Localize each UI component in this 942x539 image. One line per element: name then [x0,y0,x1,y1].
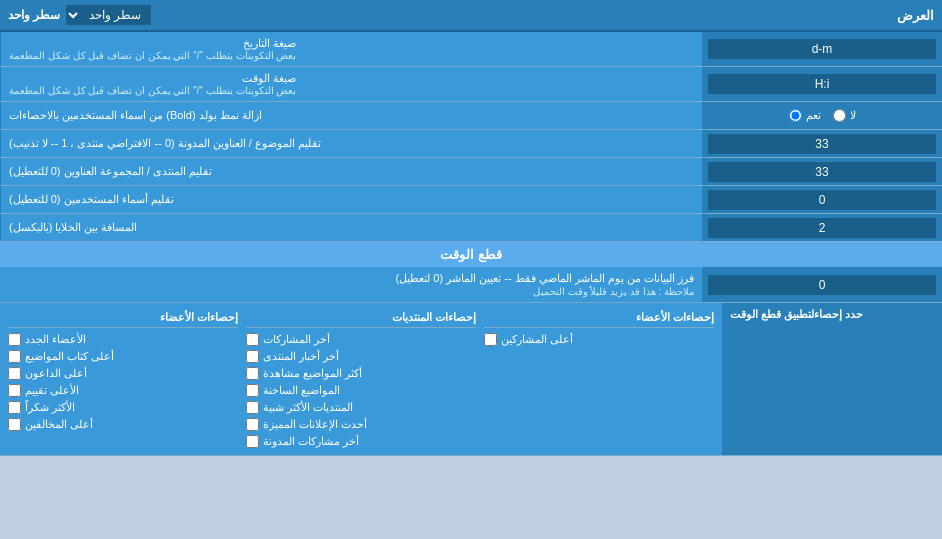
radio-yes[interactable] [789,109,802,122]
list-item: أخر المشاركات [246,331,476,348]
checkbox-col1-2[interactable] [8,367,21,380]
topics-order-row: 33 تقليم الموضوع / العناوين المدونة (0 -… [0,130,942,158]
list-item: الأعضاء الجدد [8,331,238,348]
checkboxes-section: حدد إحصاءلتطبيق قطع الوقت إحصاءات الأعضا… [0,303,942,456]
remove-bold-label: ازالة نمط بولد (Bold) من اسماء المستخدمي… [0,102,702,129]
list-item: أخر أخبار المنتدى [246,348,476,365]
cut-time-row: 0 فرز البيانات من يوم الماشر الماضي فقط … [0,267,942,303]
cut-time-input-container: 0 [702,267,942,302]
col2: إحصاءات المنتديات أخر المشاركات أخر أخبا… [246,308,476,450]
header-title: العرض [897,8,934,23]
remove-bold-radio-container: لا تعم [702,102,942,129]
header-row: العرض سطر واحدسطرانثلاثة أسطر سطر واحد [0,0,942,32]
list-item: أعلى المخالفين [8,416,238,433]
select-label: سطر واحد [8,8,60,22]
list-item: المنتديات الأكثر شبية [246,399,476,416]
radio-no-label[interactable]: لا [833,109,856,122]
cells-spacing-label: المسافة بين الخلايا (بالبكسل) [0,214,702,241]
checkbox-col1-5[interactable] [8,418,21,431]
forum-order-input-container: 33 [702,158,942,185]
usernames-trim-input[interactable]: 0 [708,190,936,210]
forum-order-input[interactable]: 33 [708,162,936,182]
list-item: الأعلى تقييم [8,382,238,399]
radio-no[interactable] [833,109,846,122]
cells-spacing-input-container: 2 [702,214,942,241]
time-format-label: صيغة الوقت بعض التكوينات يتطلب "/" التي … [0,67,702,101]
date-format-row: d-m صيغة التاريخ بعض التكوينات يتطلب "/"… [0,32,942,67]
checkbox-col1-4[interactable] [8,401,21,414]
topics-order-input-container: 33 [702,130,942,157]
col3: إحصاءات الأعضاء أعلى المشاركين [484,308,714,450]
cells-spacing-input[interactable]: 2 [708,218,936,238]
list-item: الأكثر شكراً [8,399,238,416]
cells-spacing-row: 2 المسافة بين الخلايا (بالبكسل) [0,214,942,242]
usernames-trim-label: تقليم أسماء المستخدمين (0 للتعطيل) [0,186,702,213]
col1: إحصاءات الأعضاء الأعضاء الجدد أعلى كتاب … [8,308,238,450]
date-format-input-container: d-m [702,32,942,66]
usernames-trim-input-container: 0 [702,186,942,213]
stats-apply-label: حدد إحصاءلتطبيق قطع الوقت [722,303,942,455]
time-format-row: H:i صيغة الوقت بعض التكوينات يتطلب "/" ا… [0,67,942,102]
list-item: أخر مشاركات المدونة [246,433,476,450]
cut-time-label: فرز البيانات من يوم الماشر الماضي فقط --… [0,267,702,302]
checkboxes-grid: إحصاءات الأعضاء أعلى المشاركين إحصاءات ا… [8,308,714,450]
checkbox-col2-5[interactable] [246,418,259,431]
checkbox-col2-2[interactable] [246,367,259,380]
forum-order-row: 33 تقليم المنتدى / المجموعة العناوين (0 … [0,158,942,186]
remove-bold-row: لا تعم ازالة نمط بولد (Bold) من اسماء ال… [0,102,942,130]
checkbox-col1-0[interactable] [8,333,21,346]
radio-yes-label[interactable]: تعم [789,109,821,122]
display-select[interactable]: سطر واحدسطرانثلاثة أسطر [66,5,151,25]
checkbox-col2-4[interactable] [246,401,259,414]
checkbox-col2-6[interactable] [246,435,259,448]
checkbox-col3-0[interactable] [484,333,497,346]
main-container: العرض سطر واحدسطرانثلاثة أسطر سطر واحد d… [0,0,942,456]
checkbox-col2-3[interactable] [246,384,259,397]
checkbox-col1-1[interactable] [8,350,21,363]
list-item: أعلى الداعون [8,365,238,382]
usernames-trim-row: 0 تقليم أسماء المستخدمين (0 للتعطيل) [0,186,942,214]
cut-time-section-title: قطع الوقت [0,242,942,267]
cut-time-input[interactable]: 0 [708,275,936,295]
list-item: أعلى كتاب المواضيع [8,348,238,365]
forum-order-label: تقليم المنتدى / المجموعة العناوين (0 للت… [0,158,702,185]
list-item: أكثر المواضيع مشاهدة [246,365,476,382]
checkbox-col2-0[interactable] [246,333,259,346]
header-bar: العرض سطر واحدسطرانثلاثة أسطر سطر واحد [0,0,942,30]
list-item: المواضيع الساخنة [246,382,476,399]
time-format-input-container: H:i [702,67,942,101]
list-item: أحدث الإعلانات المميزة [246,416,476,433]
list-item: أعلى المشاركين [484,331,714,348]
topics-order-label: تقليم الموضوع / العناوين المدونة (0 -- ا… [0,130,702,157]
date-format-label: صيغة التاريخ بعض التكوينات يتطلب "/" الت… [0,32,702,66]
checkbox-col2-1[interactable] [246,350,259,363]
topics-order-input[interactable]: 33 [708,134,936,154]
date-format-input[interactable]: d-m [708,39,936,59]
checkbox-col1-3[interactable] [8,384,21,397]
time-format-input[interactable]: H:i [708,74,936,94]
